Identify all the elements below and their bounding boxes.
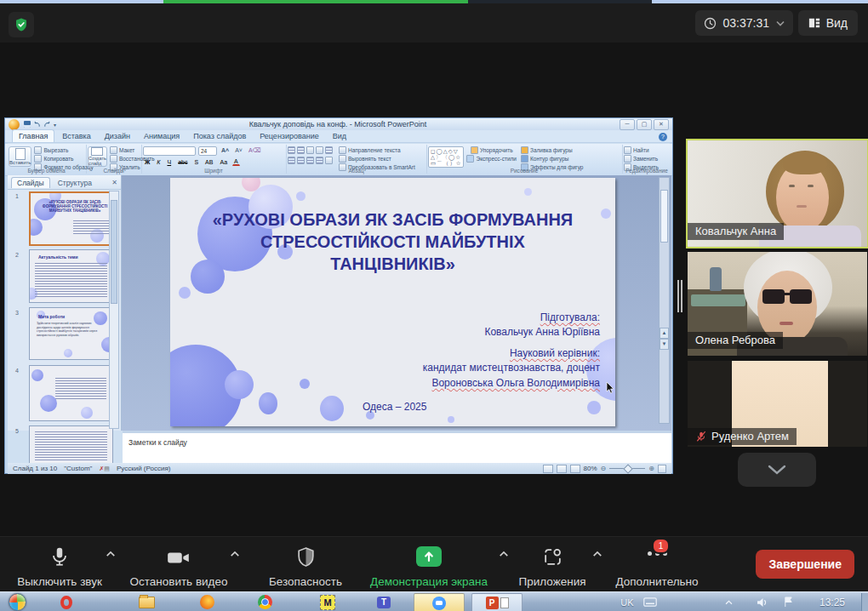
align-right-button[interactable]: [306, 157, 314, 164]
text-direction-button[interactable]: Направление текста: [339, 146, 415, 154]
bold-button[interactable]: Ж: [143, 158, 151, 166]
fit-to-window-icon[interactable]: [658, 465, 666, 473]
taskbar-teams-icon[interactable]: T: [372, 593, 396, 611]
slide-thumbnail-5[interactable]: [29, 425, 113, 465]
tab-animation[interactable]: Анимация: [138, 130, 186, 142]
taskbar-explorer-icon[interactable]: [134, 593, 158, 611]
bullets-button[interactable]: [288, 146, 295, 154]
italic-button[interactable]: К: [155, 158, 162, 166]
shape-outline-button[interactable]: Контур фигуры: [521, 155, 583, 163]
volume-icon[interactable]: [752, 593, 773, 611]
align-left-button[interactable]: [288, 157, 295, 164]
undo-icon[interactable]: [33, 121, 41, 128]
tab-insert[interactable]: Вставка: [56, 130, 96, 142]
font-name-box[interactable]: [143, 146, 196, 156]
slides-pane-scrollbar[interactable]: [109, 191, 119, 429]
taskbar-zoom-window-button[interactable]: [414, 593, 465, 611]
taskbar-clock[interactable]: 13:25: [810, 593, 854, 611]
notes-pane[interactable]: Заметки к слайду: [123, 431, 671, 463]
normal-view-icon[interactable]: [543, 465, 553, 473]
meeting-timer[interactable]: 03:37:31: [695, 10, 794, 36]
panel-resize-handle[interactable]: [677, 280, 683, 312]
numbering-button[interactable]: [297, 146, 305, 154]
apps-options-chevron-icon[interactable]: [592, 551, 602, 557]
zoom-in-icon[interactable]: ⊕: [648, 465, 654, 472]
replace-button[interactable]: Заменить: [624, 155, 659, 163]
tab-design[interactable]: Дизайн: [99, 130, 136, 142]
change-case-button[interactable]: Аа: [218, 158, 229, 166]
tab-review[interactable]: Рецензирование: [254, 130, 325, 142]
grow-font-button[interactable]: А˄: [220, 146, 231, 156]
participants-scroll-down-button[interactable]: [738, 453, 816, 487]
participant-video-rebrova[interactable]: Олена Реброва: [688, 252, 867, 356]
copy-button[interactable]: Копировать: [34, 155, 93, 163]
participant-video-kovalchuk[interactable]: Ковальчук Анна: [688, 140, 867, 247]
apps-button[interactable]: Приложения: [509, 540, 596, 590]
minimize-button[interactable]: ─: [620, 119, 635, 130]
shapes-gallery[interactable]: ◻◯△◇▽△〉〈◯☆▭⌒（）☆: [428, 146, 464, 168]
ppt-title-bar[interactable]: ▾ Квальчук доповідь на конф. - Microsoft…: [5, 118, 672, 130]
video-options-chevron-icon[interactable]: [230, 551, 240, 557]
strikethrough-button[interactable]: abc: [176, 158, 189, 166]
taskbar-chrome-icon[interactable]: [253, 593, 277, 611]
action-center-flag-icon[interactable]: [778, 593, 798, 611]
stop-video-button[interactable]: Остановить видео: [121, 540, 237, 590]
taskbar-antivirus-icon[interactable]: M: [316, 593, 340, 611]
slide-canvas[interactable]: «РУХОВІ ОБРАЗИ ЯК ЗАСІБ ФОРМУВАННЯ СТРЕС…: [170, 178, 615, 426]
mute-options-chevron-icon[interactable]: [106, 551, 116, 557]
language-indicator[interactable]: UK: [616, 593, 638, 611]
tab-slideshow[interactable]: Показ слайдов: [187, 130, 252, 142]
participant-video-rudenko[interactable]: Руденко Артем: [688, 361, 867, 447]
start-button[interactable]: [7, 593, 27, 611]
char-spacing-button[interactable]: АВ: [203, 158, 214, 166]
redo-icon[interactable]: [43, 121, 51, 128]
slide-city-year[interactable]: Одеса – 2025: [363, 401, 426, 413]
slide-sorter-icon[interactable]: [557, 465, 567, 473]
timer-caret-icon[interactable]: [776, 20, 785, 26]
slide-editor-area[interactable]: «РУХОВІ ОБРАЗИ ЯК ЗАСІБ ФОРМУВАННЯ СТРЕС…: [122, 175, 671, 431]
slide-thumbnail-1[interactable]: «РУХОВІ ОБРАЗИ ЯК ЗАСІБ ФОРМУВАННЯ СТРЕС…: [29, 191, 115, 246]
office-button[interactable]: [9, 119, 20, 130]
quick-access-toolbar[interactable]: ▾: [24, 121, 56, 128]
slide-title[interactable]: «РУХОВІ ОБРАЗИ ЯК ЗАСІБ ФОРМУВАННЯ СТРЕС…: [204, 208, 581, 275]
paste-button[interactable]: Вставить: [9, 146, 31, 167]
previous-slide-icon[interactable]: ▲: [660, 328, 669, 339]
increase-indent-button[interactable]: [316, 146, 323, 154]
encryption-shield-button[interactable]: [9, 12, 34, 37]
zoom-slider[interactable]: [609, 468, 645, 469]
end-meeting-button[interactable]: Завершение: [756, 550, 854, 579]
share-options-chevron-icon[interactable]: [499, 551, 509, 557]
slideshow-view-icon[interactable]: [570, 465, 580, 473]
shrink-font-button[interactable]: А˅: [233, 146, 244, 156]
share-screen-button[interactable]: Демонстрация экрана: [357, 540, 500, 590]
taskbar-opera-icon[interactable]: [54, 593, 78, 611]
help-icon[interactable]: ?: [659, 133, 667, 141]
keyboard-layout-icon[interactable]: [640, 593, 660, 611]
shadow-button[interactable]: S: [192, 158, 200, 166]
align-text-button[interactable]: Выровнять текст: [339, 155, 415, 163]
font-color-button[interactable]: А: [232, 157, 240, 166]
view-button[interactable]: Вид: [798, 10, 858, 36]
find-button[interactable]: Найти: [624, 146, 659, 154]
outline-pane-tab[interactable]: Структура: [52, 177, 98, 188]
cut-button[interactable]: Вырезать: [34, 146, 93, 154]
slide-credits[interactable]: Підготувала: Ковальчук Анна Юріївна Наук…: [423, 311, 600, 391]
font-size-box[interactable]: 24: [198, 146, 217, 156]
security-button[interactable]: Безопасность: [260, 540, 351, 590]
quick-styles-button[interactable]: Экспресс-стили: [466, 155, 517, 163]
save-icon[interactable]: [24, 121, 31, 128]
underline-button[interactable]: Ч: [165, 158, 173, 166]
close-button[interactable]: ✕: [654, 119, 669, 130]
justify-button[interactable]: [316, 157, 323, 164]
tab-home[interactable]: Главная: [12, 129, 54, 142]
slides-pane-tab[interactable]: Слайды: [11, 177, 50, 188]
spellcheck-icon[interactable]: ✗▤: [99, 465, 110, 472]
hidden-icons-button[interactable]: [720, 593, 737, 611]
zoom-out-icon[interactable]: ⊖: [601, 465, 607, 472]
tab-view[interactable]: Вид: [327, 130, 352, 142]
clear-formatting-button[interactable]: А⌫: [247, 146, 263, 156]
powerpoint-window[interactable]: ▾ Квальчук доповідь на конф. - Microsoft…: [4, 117, 673, 474]
taskbar-powerpoint-window-button[interactable]: P: [471, 593, 523, 611]
show-desktop-button[interactable]: [861, 593, 868, 611]
slide-thumbnail-2[interactable]: Актуальність теми: [29, 249, 113, 303]
